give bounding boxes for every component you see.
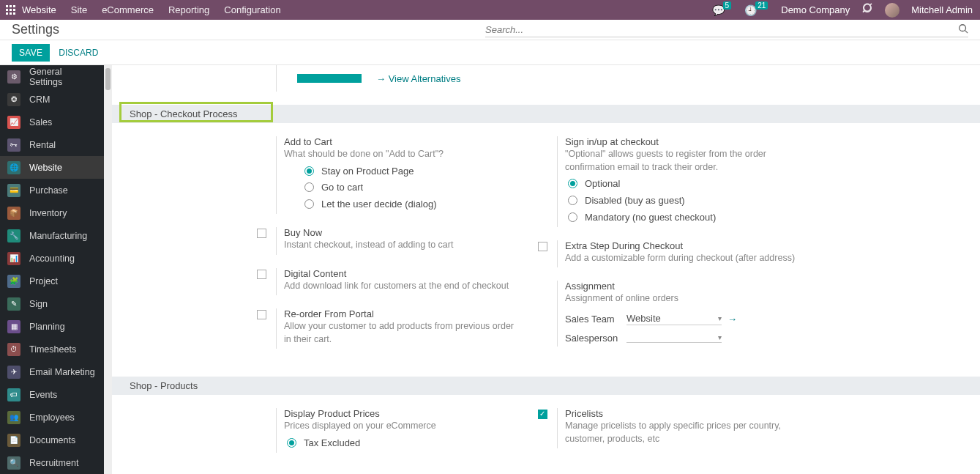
add-to-cart-title: Add to Cart xyxy=(284,136,517,147)
sales-team-value: Website xyxy=(626,313,661,324)
save-button[interactable]: SAVE xyxy=(12,44,50,62)
timesheets-icon: ⏱ xyxy=(7,343,20,356)
topmenu-site[interactable]: Site xyxy=(71,4,87,15)
digital-sub: Add download link for customers at the e… xyxy=(284,280,517,293)
sidebar-item-label: Timesheets xyxy=(29,344,76,355)
radio-tax-excluded[interactable]: Tax Excluded xyxy=(287,437,517,450)
sales-team-field: Sales Team Website ▾ → xyxy=(565,313,798,325)
sidebar-item-label: Purchase xyxy=(29,185,68,196)
discard-button[interactable]: DISCARD xyxy=(59,48,98,58)
sidebar-item-label: Manufacturing xyxy=(29,231,87,241)
sidebar-item-label: Documents xyxy=(29,435,75,445)
svg-rect-2 xyxy=(13,5,15,7)
general-settings-icon: ⚙ xyxy=(7,70,20,84)
reorder-checkbox[interactable] xyxy=(257,310,266,319)
buy-now-title: Buy Now xyxy=(284,227,517,238)
sidebar-item-label: Events xyxy=(29,390,57,400)
digital-title: Digital Content xyxy=(284,268,517,279)
sidebar-item-accounting[interactable]: 📊Accounting xyxy=(0,247,104,270)
topbar: Website Site eCommerce Reporting Configu… xyxy=(0,0,980,20)
search-input[interactable] xyxy=(485,23,958,37)
pricelists-checkbox[interactable] xyxy=(538,410,547,419)
apps-icon[interactable] xyxy=(0,5,22,15)
sales-team-select[interactable]: Website ▾ xyxy=(626,313,722,325)
sidebar-item-inventory[interactable]: 📦Inventory xyxy=(0,201,104,224)
events-icon: 🏷 xyxy=(7,388,20,401)
sidebar-item-general-settings[interactable]: ⚙General Settings xyxy=(0,65,104,88)
assignment-title: Assignment xyxy=(565,281,798,292)
sidebar-item-crm[interactable]: ❂CRM xyxy=(0,88,104,111)
salesperson-select[interactable]: ▾ xyxy=(626,333,722,343)
activities-icon[interactable]: 🕘21 xyxy=(744,4,769,16)
sidebar-item-project[interactable]: 🧩Project xyxy=(0,270,104,292)
section-checkout-title: Shop - Checkout Process xyxy=(130,108,237,119)
sidebar-item-email-marketing[interactable]: ✈Email Marketing xyxy=(0,360,104,383)
setting-assignment: Assignment Assignment of online orders S… xyxy=(528,281,798,347)
radio-optional[interactable]: Optional xyxy=(568,178,798,190)
display-prices-sub: Prices displayed on your eCommerce xyxy=(284,420,517,433)
planning-icon: ▦ xyxy=(7,320,20,333)
sidebar-item-purchase[interactable]: 💳Purchase xyxy=(0,179,104,201)
setting-display-prices: Display Product Prices Prices displayed … xyxy=(247,408,517,452)
topmenu-configuration[interactable]: Configuration xyxy=(224,4,280,15)
sidebar-item-label: Recruitment xyxy=(29,458,78,468)
sidebar-item-timesheets[interactable]: ⏱Timesheets xyxy=(0,338,104,360)
view-alternatives-link[interactable]: → View Alternatives xyxy=(376,73,460,84)
radio-disabled[interactable]: Disabled (buy as guest) xyxy=(568,195,798,207)
setting-add-to-cart: Add to Cart What should be done on "Add … xyxy=(247,136,517,214)
activate-stripe-button-stub[interactable] xyxy=(297,74,362,83)
buy-now-checkbox[interactable] xyxy=(257,229,266,238)
employees-icon: 👥 xyxy=(7,411,20,424)
sidebar-item-recruitment[interactable]: 🔍Recruitment xyxy=(0,451,104,474)
svg-rect-3 xyxy=(6,9,8,11)
sidebar-item-label: CRM xyxy=(29,95,50,105)
salesperson-field: Salesperson ▾ xyxy=(565,333,798,344)
manufacturing-icon: 🔧 xyxy=(7,229,20,242)
radio-go-to-cart[interactable]: Go to cart xyxy=(304,182,517,194)
sidebar-item-website[interactable]: 🌐Website xyxy=(0,156,104,179)
content: → View Alternatives Shop - Checkout Proc… xyxy=(112,65,980,474)
svg-rect-6 xyxy=(6,12,8,15)
sidebar-item-sales[interactable]: 📈Sales xyxy=(0,111,104,133)
radio-stay-on-page[interactable]: Stay on Product Page xyxy=(304,166,517,178)
debug-icon[interactable] xyxy=(861,3,873,17)
sidebar-item-sign[interactable]: ✎Sign xyxy=(0,292,104,315)
extra-step-checkbox[interactable] xyxy=(538,242,547,251)
user-name[interactable]: Mitchell Admin xyxy=(911,4,973,15)
radio-mandatory[interactable]: Mandatory (no guest checkout) xyxy=(568,212,798,224)
sidebar-item-label: General Settings xyxy=(29,67,97,87)
sidebar-item-rental[interactable]: 🗝Rental xyxy=(0,133,104,156)
stripe-row: → View Alternatives xyxy=(276,65,980,92)
digital-content-checkbox[interactable] xyxy=(257,270,266,279)
extra-step-title: Extra Step During Checkout xyxy=(565,240,798,251)
sidebar-item-label: Sign xyxy=(29,299,48,309)
signin-title: Sign in/up at checkout xyxy=(565,136,798,147)
setting-signin-checkout: Sign in/up at checkout "Optional" allows… xyxy=(528,136,798,227)
sidebar-item-manufacturing[interactable]: 🔧Manufacturing xyxy=(0,224,104,247)
external-link-icon[interactable]: → xyxy=(727,314,737,325)
sidebar-scrollbar[interactable] xyxy=(104,65,112,474)
avatar[interactable] xyxy=(885,3,899,18)
top-menu: Site eCommerce Reporting Configuration xyxy=(71,4,281,15)
company-name[interactable]: Demo Company xyxy=(781,4,850,15)
caret-down-icon: ▾ xyxy=(718,333,722,341)
sidebar-item-events[interactable]: 🏷Events xyxy=(0,383,104,406)
svg-line-10 xyxy=(965,30,968,33)
topmenu-ecommerce[interactable]: eCommerce xyxy=(102,4,154,15)
assignment-sub: Assignment of online orders xyxy=(565,292,798,305)
messages-icon[interactable]: 💬5 xyxy=(712,4,733,16)
sidebar-item-planning[interactable]: ▦Planning xyxy=(0,315,104,338)
radio-user-decide[interactable]: Let the user decide (dialog) xyxy=(304,199,517,211)
topmenu-reporting[interactable]: Reporting xyxy=(168,4,209,15)
reorder-title: Re-order From Portal xyxy=(284,308,517,319)
search-wrap xyxy=(485,23,968,37)
project-icon: 🧩 xyxy=(7,275,20,288)
svg-point-9 xyxy=(960,24,966,31)
sidebar-item-documents[interactable]: 📄Documents xyxy=(0,429,104,451)
brand[interactable]: Website xyxy=(22,4,56,15)
search-icon[interactable] xyxy=(958,23,968,36)
inventory-icon: 📦 xyxy=(7,207,20,220)
sidebar-item-employees[interactable]: 👥Employees xyxy=(0,406,104,429)
sign-icon: ✎ xyxy=(7,297,20,311)
add-to-cart-sub: What should be done on "Add to Cart"? xyxy=(284,148,517,161)
